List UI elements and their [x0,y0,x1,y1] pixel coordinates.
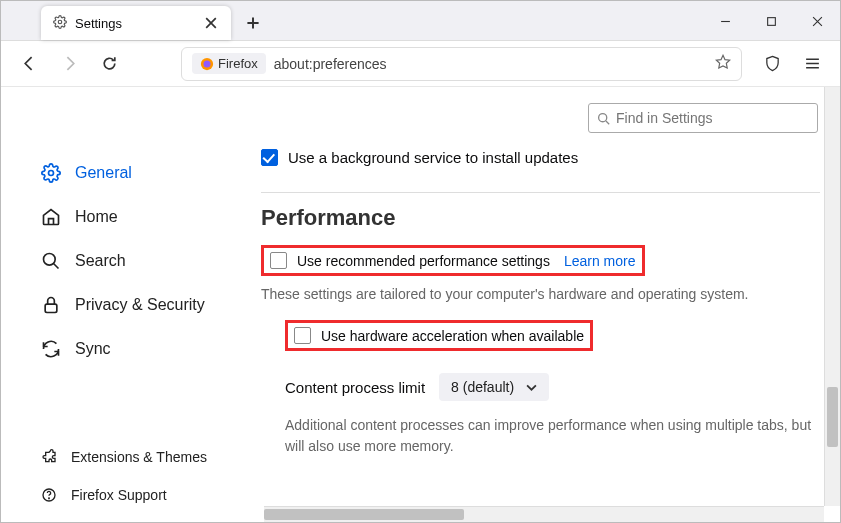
lock-icon [41,295,61,315]
sidebar-item-label: Sync [75,340,111,358]
content-process-value: 8 (default) [451,379,514,395]
background-updates-row: Use a background service to install upda… [261,149,820,166]
app-menu-button[interactable] [796,48,828,80]
sync-icon [41,339,61,359]
hw-accel-label: Use hardware acceleration when available [321,328,584,344]
search-icon [597,112,610,125]
find-input[interactable] [616,110,809,126]
forward-button[interactable] [53,48,85,80]
minimize-button[interactable] [702,1,748,41]
sidebar: General Home Search Privacy & Security S… [1,143,241,522]
svg-rect-8 [45,304,57,312]
sidebar-item-label: Privacy & Security [75,296,205,314]
tab-label: Settings [75,16,195,31]
shield-icon-button[interactable] [756,48,788,80]
firefox-logo-icon [200,57,214,71]
use-recommended-label: Use recommended performance settings [297,253,550,269]
back-button[interactable] [13,48,45,80]
svg-point-5 [599,113,607,121]
vertical-scrollbar[interactable] [824,87,840,506]
background-updates-label: Use a background service to install upda… [288,149,578,166]
toolbar: Firefox about:preferences [1,41,840,87]
content-process-row: Content process limit 8 (default) [285,373,820,401]
find-in-settings[interactable] [588,103,818,133]
sidebar-item-label: Home [75,208,118,226]
content-process-select[interactable]: 8 (default) [439,373,549,401]
recommended-settings-highlight: Use recommended performance settings Lea… [261,245,645,276]
scrollbar-thumb[interactable] [827,387,838,447]
use-recommended-checkbox[interactable] [270,252,287,269]
identity-label: Firefox [218,56,258,71]
chevron-down-icon [526,382,537,393]
content-process-label: Content process limit [285,379,425,396]
sidebar-item-search[interactable]: Search [31,241,241,281]
preferences-content: General Home Search Privacy & Security S… [1,87,840,522]
close-window-button[interactable] [794,1,840,41]
content-process-note: Additional content processes can improve… [285,415,820,457]
sidebar-item-label: Firefox Support [71,487,167,503]
title-bar: Settings [1,1,840,41]
tab-strip: Settings [1,1,267,40]
sidebar-item-home[interactable]: Home [31,197,241,237]
sidebar-item-support[interactable]: Firefox Support [31,478,241,512]
close-tab-button[interactable] [203,15,219,31]
url-text[interactable]: about:preferences [274,56,707,72]
learn-more-link[interactable]: Learn more [564,253,636,269]
identity-box[interactable]: Firefox [192,53,266,74]
hw-accel-checkbox[interactable] [294,327,311,344]
reload-button[interactable] [93,48,125,80]
home-icon [41,207,61,227]
sidebar-item-general[interactable]: General [31,153,241,193]
sidebar-item-label: Search [75,252,126,270]
bookmark-star-icon[interactable] [715,54,731,73]
puzzle-icon [41,449,57,465]
background-updates-checkbox[interactable] [261,149,278,166]
performance-heading: Performance [261,205,820,231]
horizontal-scrollbar[interactable] [264,506,824,522]
scrollbar-thumb[interactable] [264,509,464,520]
svg-marker-4 [716,55,729,68]
sidebar-item-label: Extensions & Themes [71,449,207,465]
svg-rect-1 [767,17,775,25]
svg-point-7 [44,254,56,266]
sidebar-item-privacy[interactable]: Privacy & Security [31,285,241,325]
new-tab-button[interactable] [239,9,267,37]
sidebar-item-label: General [75,164,132,182]
svg-point-10 [49,498,50,499]
svg-point-3 [204,60,211,67]
section-divider [261,192,820,193]
sidebar-item-sync[interactable]: Sync [31,329,241,369]
help-icon [41,487,57,503]
url-bar[interactable]: Firefox about:preferences [181,47,742,81]
maximize-button[interactable] [748,1,794,41]
settings-pane: Use a background service to install upda… [241,143,840,522]
window-controls [702,1,840,41]
sidebar-item-extensions[interactable]: Extensions & Themes [31,440,241,474]
search-icon [41,251,61,271]
svg-point-6 [49,171,54,176]
gear-icon [41,163,61,183]
gear-icon [53,15,67,32]
svg-point-0 [58,20,62,24]
tab-settings[interactable]: Settings [41,6,231,40]
recommended-desc: These settings are tailored to your comp… [261,286,820,302]
hw-accel-highlight: Use hardware acceleration when available [285,320,593,351]
